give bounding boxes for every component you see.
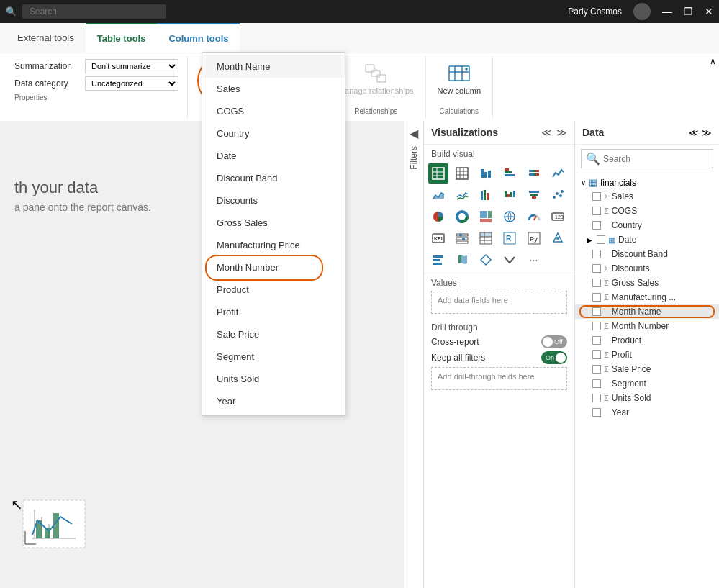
field-year-checkbox[interactable] [592, 408, 601, 417]
field-sale-price[interactable]: Σ Sale Price [575, 362, 719, 376]
viz-100pct-bar-icon[interactable] [524, 163, 544, 184]
field-sales[interactable]: Σ Sales [575, 189, 719, 204]
field-gross-sales-checkbox[interactable] [592, 279, 601, 287]
viz-more-icon[interactable]: ··· [524, 250, 544, 270]
viz-slicer-icon[interactable] [452, 228, 472, 248]
field-product-checkbox[interactable] [592, 336, 601, 345]
viz-bar2-icon[interactable] [428, 250, 448, 270]
viz-pie-icon[interactable] [428, 207, 448, 227]
viz-kpi-icon[interactable]: KPI [428, 228, 448, 248]
ribbon-collapse-button[interactable]: ∧ [710, 56, 716, 66]
dropdown-item-product[interactable]: Product [202, 279, 345, 301]
viz-gauge-icon[interactable] [524, 207, 544, 227]
field-segment[interactable]: Σ Segment [575, 376, 719, 391]
field-month-number-checkbox[interactable] [592, 322, 601, 330]
viz-map-icon[interactable] [499, 207, 520, 227]
viz-line-stacked-icon[interactable] [452, 185, 472, 205]
field-sale-price-checkbox[interactable] [592, 365, 601, 374]
field-product[interactable]: Σ Product [575, 333, 719, 348]
summarization-select[interactable]: Don't summarize [85, 59, 178, 73]
field-profit[interactable]: Σ Profit [575, 348, 719, 362]
field-discounts[interactable]: Σ Discounts [575, 261, 719, 276]
dropdown-item-country[interactable]: Country [202, 122, 345, 145]
viz-table2-icon[interactable] [476, 228, 496, 248]
viz-filled-map-icon[interactable] [452, 250, 472, 270]
dropdown-item-sales[interactable]: Sales [202, 78, 345, 100]
dropdown-item-units-sold[interactable]: Units Sold [202, 368, 345, 390]
field-units-sold[interactable]: Σ Units Sold [575, 391, 719, 405]
field-discount-band[interactable]: Σ Discount Band [575, 247, 719, 261]
field-discount-band-checkbox[interactable] [592, 250, 601, 258]
viz-python-icon[interactable]: Py [524, 228, 544, 248]
new-column-button[interactable]: New column [432, 59, 487, 98]
field-month-name[interactable]: Σ Month Name [575, 304, 719, 319]
tab-table-tools[interactable]: Table tools [86, 23, 158, 53]
minimize-button[interactable]: — [662, 6, 672, 17]
viz-r-icon[interactable]: R [499, 228, 520, 248]
dropdown-item-sale-price[interactable]: Sale Price [202, 323, 345, 345]
field-sales-checkbox[interactable] [592, 192, 601, 201]
viz-matrix-icon[interactable] [452, 163, 472, 184]
field-units-sold-checkbox[interactable] [592, 394, 601, 402]
dropdown-item-discount-band[interactable]: Discount Band [202, 167, 345, 189]
viz-table-icon[interactable] [428, 163, 448, 184]
field-manufacturing-price[interactable]: Σ Manufacturing ... [575, 290, 719, 304]
viz-drillthrough-dropzone[interactable]: Add drill-through fields here [431, 367, 567, 390]
dropdown-item-date[interactable]: Date [202, 145, 345, 167]
field-cogs[interactable]: Σ COGS [575, 204, 719, 218]
field-segment-checkbox[interactable] [592, 379, 601, 388]
viz-area-icon[interactable] [428, 185, 448, 205]
close-button[interactable]: ✕ [705, 6, 713, 17]
field-month-name-checkbox[interactable] [592, 307, 601, 316]
data-category-select[interactable]: Uncategorized [85, 76, 178, 91]
viz-diamond-icon[interactable] [476, 250, 496, 270]
viz-values-dropzone[interactable]: Add data fields here [431, 291, 567, 314]
tab-column-tools[interactable]: Column tools [157, 23, 240, 53]
viz-card-icon[interactable]: 123 [548, 207, 568, 227]
viz-ribbon-icon[interactable] [476, 185, 496, 205]
viz-decomp-icon[interactable] [548, 228, 568, 248]
viz-donut-icon[interactable] [452, 207, 472, 227]
data-panel-expand-right[interactable]: ≫ [702, 127, 712, 138]
dropdown-item-segment[interactable]: Segment [202, 345, 345, 368]
filters-collapse-icon[interactable]: ◀ [410, 127, 418, 140]
dropdown-item-gross-sales[interactable]: Gross Sales [202, 212, 345, 234]
viz-funnel-icon[interactable] [524, 185, 544, 205]
viz-scatter-icon[interactable] [548, 185, 568, 205]
dropdown-item-year[interactable]: Year [202, 390, 345, 412]
dropdown-item-profit[interactable]: Profit [202, 301, 345, 323]
viz-expand-left[interactable]: ≪ [541, 127, 552, 138]
viz-treemap-icon[interactable] [476, 207, 496, 227]
cross-report-toggle[interactable]: Off [541, 335, 567, 348]
field-manufacturing-checkbox[interactable] [592, 293, 601, 302]
manage-relationships-button[interactable]: Manage relationships [333, 59, 420, 98]
viz-line-icon[interactable] [548, 163, 568, 184]
restore-button[interactable]: ❐ [684, 6, 693, 17]
title-search-input[interactable] [22, 4, 166, 19]
tab-external-tools[interactable]: External tools [6, 23, 86, 53]
data-search-input[interactable] [603, 154, 711, 164]
field-date[interactable]: ▶ ▦ Date [575, 232, 719, 247]
viz-waterfall-icon[interactable] [499, 185, 520, 205]
dropdown-item-manufacturing-price[interactable]: Manufacturing Price [202, 234, 345, 256]
viz-bar-icon[interactable] [476, 163, 496, 184]
field-discounts-checkbox[interactable] [592, 264, 601, 273]
field-country-checkbox[interactable] [592, 221, 601, 230]
dropdown-item-discounts[interactable]: Discounts [202, 189, 345, 212]
field-profit-checkbox[interactable] [592, 350, 601, 359]
keep-filters-toggle[interactable]: On [541, 351, 567, 364]
field-gross-sales[interactable]: Σ Gross Sales [575, 276, 719, 290]
viz-chevron-icon[interactable] [499, 250, 520, 270]
data-table-financials[interactable]: ∨ ▦ financials [575, 176, 719, 189]
data-panel-expand-left[interactable]: ≪ [689, 127, 699, 138]
field-date-expand[interactable]: ▶ [587, 236, 592, 244]
field-date-checkbox[interactable] [597, 235, 605, 244]
viz-stacked-bar-icon[interactable] [499, 163, 520, 184]
field-country[interactable]: Σ Country [575, 218, 719, 232]
dropdown-item-month-name[interactable]: Month Name [202, 55, 345, 78]
field-cogs-checkbox[interactable] [592, 207, 601, 215]
field-year[interactable]: Σ Year [575, 405, 719, 420]
field-month-number[interactable]: Σ Month Number [575, 319, 719, 333]
dropdown-item-cogs[interactable]: COGS [202, 100, 345, 122]
dropdown-item-month-number[interactable]: Month Number [202, 256, 345, 279]
